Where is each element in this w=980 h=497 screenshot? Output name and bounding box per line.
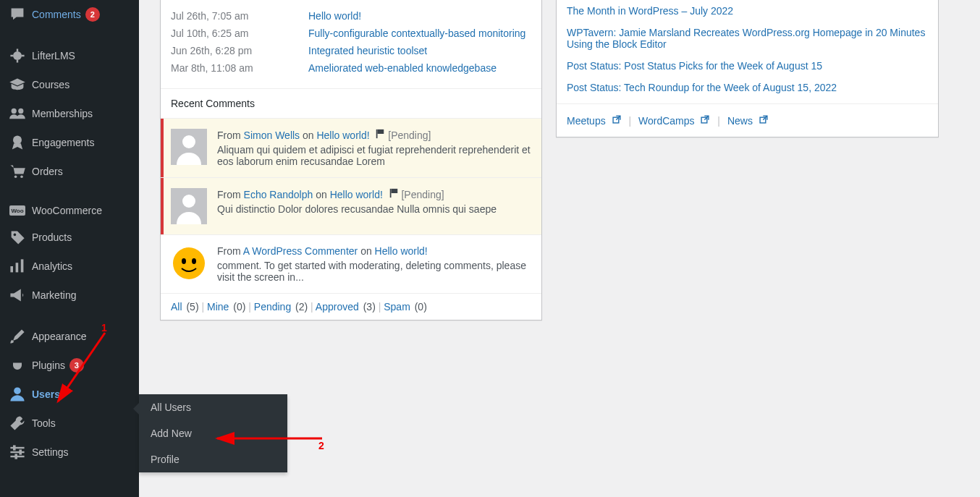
- menu-woocommerce[interactable]: Woo WooCommerce: [0, 198, 139, 223]
- external-icon: [700, 114, 710, 127]
- menu-products[interactable]: Products: [0, 223, 139, 252]
- comment-author[interactable]: Simon Wells: [244, 129, 300, 141]
- svg-point-6: [14, 234, 17, 237]
- svg-rect-12: [10, 451, 24, 453]
- activity-link[interactable]: Ameliorated web-enabled knowledgebase: [308, 62, 497, 74]
- comment-post[interactable]: Hello world!: [330, 189, 383, 200]
- activity-date: Mar 8th, 11:08 am: [171, 62, 308, 74]
- news-sep: |: [717, 115, 723, 127]
- news-link[interactable]: Post Status: Post Status Picks for the W…: [567, 60, 822, 72]
- group-icon: [9, 105, 26, 122]
- menu-tools[interactable]: Tools: [0, 409, 139, 438]
- submenu-add-new[interactable]: Add New: [139, 420, 287, 446]
- filter-spam[interactable]: Spam: [384, 301, 410, 313]
- news-widget: The Month in WordPress – July 2022 WPTav…: [556, 0, 939, 137]
- brush-icon: [9, 328, 26, 345]
- wordcamps-link[interactable]: WordCamps: [638, 115, 710, 127]
- cap-icon: [9, 76, 26, 93]
- pending-tag: [Pending]: [388, 129, 431, 141]
- news-link[interactable]: Post Status: Tech Roundup for the Week o…: [567, 82, 837, 93]
- activity-link[interactable]: Integrated heuristic toolset: [308, 45, 427, 56]
- comment-author[interactable]: A WordPress Commenter: [243, 245, 358, 257]
- activity-column: Jul 26th, 7:05 am Hello world! Jul 10th,…: [160, 0, 542, 320]
- flag-icon: [389, 189, 399, 200]
- comment-post[interactable]: Hello world!: [375, 245, 428, 257]
- svg-point-27: [192, 258, 196, 264]
- activity-date: Jun 26th, 6:28 pm: [171, 45, 308, 56]
- menu-label: Analytics: [32, 260, 72, 272]
- menu-engagements[interactable]: Engagements: [0, 128, 139, 157]
- svg-rect-11: [10, 447, 24, 449]
- menu-settings[interactable]: Settings: [0, 438, 139, 467]
- filter-count: (0): [415, 301, 427, 313]
- user-icon: [9, 386, 26, 403]
- on-text: on: [313, 189, 329, 200]
- menu-orders[interactable]: Orders: [0, 157, 139, 186]
- tag-icon: [9, 229, 26, 246]
- news-sep: |: [628, 115, 634, 127]
- submenu-profile[interactable]: Profile: [139, 446, 287, 472]
- menu-lifterlms[interactable]: LifterLMS: [0, 41, 139, 70]
- filter-sep: |: [248, 301, 254, 313]
- activity-row: Mar 8th, 11:08 am Ameliorated web-enable…: [161, 56, 541, 88]
- menu-label: Engagements: [32, 137, 94, 148]
- comment-item: From A WordPress Commenter on Hello worl…: [161, 234, 541, 293]
- svg-rect-8: [16, 263, 19, 272]
- svg-point-0: [13, 51, 22, 60]
- comment-item: From Echo Randolph on Hello world! [Pend…: [161, 177, 541, 234]
- news-link[interactable]: News: [727, 115, 769, 127]
- menu-label: Marketing: [32, 289, 76, 301]
- admin-sidebar: Comments 2 LifterLMS Courses Memberships…: [0, 0, 139, 497]
- menu-plugins[interactable]: Plugins 3: [0, 351, 139, 380]
- avatar: [171, 188, 207, 224]
- menu-label: LifterLMS: [32, 50, 75, 61]
- menu-memberships[interactable]: Memberships: [0, 99, 139, 128]
- woo-icon: Woo: [9, 205, 26, 216]
- cart-icon: [9, 163, 26, 180]
- flag-icon: [375, 129, 385, 141]
- submenu-arrow-icon: [133, 403, 139, 415]
- comment-item: From Simon Wells on Hello world! [Pendin…: [161, 118, 541, 177]
- filter-all[interactable]: All: [171, 301, 182, 313]
- comment-text: Aliquam qui quidem et adipisci et fugiat…: [217, 144, 531, 167]
- filter-pending[interactable]: Pending: [254, 301, 291, 313]
- filter-count: (3): [363, 301, 376, 313]
- submenu-all-users[interactable]: All Users: [139, 394, 287, 420]
- svg-point-26: [182, 258, 186, 264]
- menu-courses[interactable]: Courses: [0, 70, 139, 99]
- filter-mine[interactable]: Mine: [207, 301, 229, 313]
- pending-tag: [Pending]: [401, 189, 444, 200]
- comment-post[interactable]: Hello world!: [316, 129, 369, 141]
- svg-rect-20: [378, 129, 384, 134]
- meetups-link[interactable]: Meetups: [567, 115, 622, 127]
- activity-link[interactable]: Hello world!: [308, 10, 361, 22]
- comment-author[interactable]: Echo Randolph: [244, 189, 313, 200]
- svg-point-4: [14, 175, 17, 178]
- menu-label: Users: [32, 388, 60, 400]
- filter-approved[interactable]: Approved: [316, 301, 359, 313]
- menu-label: Appearance: [32, 331, 87, 342]
- external-icon: [612, 114, 622, 127]
- filter-count: (0): [233, 301, 245, 313]
- menu-analytics[interactable]: Analytics: [0, 252, 139, 281]
- megaphone-icon: [9, 286, 26, 304]
- svg-point-22: [182, 195, 195, 208]
- menu-label: Plugins: [32, 360, 65, 371]
- menu-marketing[interactable]: Marketing: [0, 281, 139, 310]
- comments-badge: 2: [85, 7, 100, 22]
- filter-sep: |: [201, 301, 207, 313]
- comment-filters: All (5) | Mine (0) | Pending (2) | Appro…: [161, 293, 541, 320]
- news-link[interactable]: WPTavern: Jamie Marsland Recreates WordP…: [567, 27, 925, 50]
- sliders-icon: [9, 443, 26, 461]
- activity-row: Jul 26th, 7:05 am Hello world!: [161, 0, 541, 22]
- comment-text: Qui distinctio Dolor dolores recusandae …: [217, 203, 531, 215]
- menu-appearance[interactable]: Appearance: [0, 322, 139, 351]
- menu-comments[interactable]: Comments 2: [0, 0, 139, 29]
- avatar: [171, 245, 207, 281]
- menu-users[interactable]: Users: [0, 380, 139, 409]
- svg-point-3: [13, 135, 22, 144]
- activity-link[interactable]: Fully-configurable contextually-based mo…: [308, 27, 525, 39]
- filter-sep: |: [311, 301, 316, 313]
- svg-rect-9: [21, 259, 24, 272]
- news-link[interactable]: The Month in WordPress – July 2022: [567, 5, 733, 17]
